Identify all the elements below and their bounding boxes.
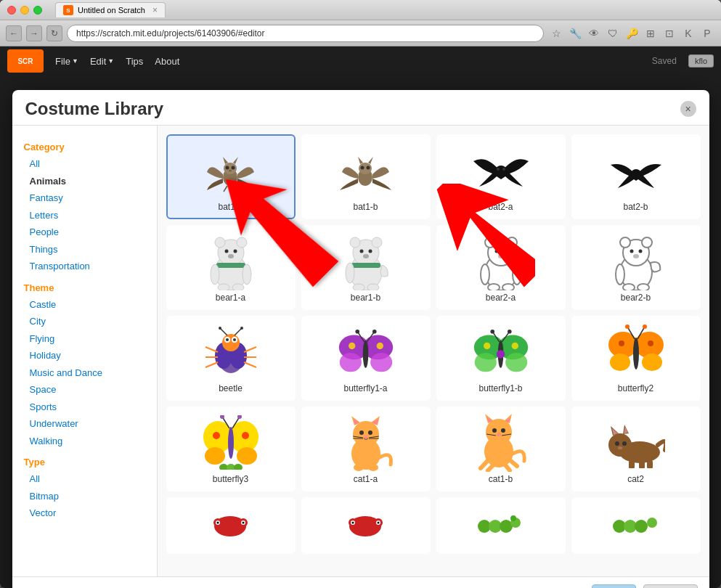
- browser-content: SCR File ▼ Edit ▼ Tips About Saved kflo …: [0, 46, 721, 588]
- svg-point-48: [503, 249, 507, 253]
- sidebar-item-all-type[interactable]: All: [24, 470, 145, 488]
- costume-item-beetle[interactable]: beetle: [166, 316, 296, 401]
- costume-img-bat1-a: [202, 143, 260, 197]
- svg-point-103: [507, 329, 511, 333]
- costume-item-bear1-a[interactable]: bear1-a: [166, 225, 296, 310]
- extension-icon[interactable]: 🔧: [567, 25, 583, 41]
- costume-item-caterpillar[interactable]: [436, 497, 566, 554]
- forward-button[interactable]: →: [26, 25, 42, 41]
- sidebar-item-vector[interactable]: Vector: [24, 505, 145, 522]
- sidebar-item-castle[interactable]: Castle: [24, 296, 145, 314]
- brand-icon[interactable]: K: [680, 25, 696, 41]
- sidebar-item-fantasy[interactable]: Fantasy: [24, 189, 145, 207]
- svg-point-60: [633, 254, 639, 258]
- svg-point-108: [642, 354, 662, 371]
- sidebar-item-sports[interactable]: Sports: [24, 399, 145, 416]
- costume-item-butterfly1-b[interactable]: butterfly1-b: [436, 316, 566, 401]
- costume-item-bear2-b[interactable]: bear2-b: [571, 225, 701, 310]
- costume-item-bat2-b[interactable]: bat2-b: [571, 134, 701, 219]
- file-menu[interactable]: File ▼: [55, 56, 78, 67]
- svg-point-91: [355, 329, 359, 333]
- refresh-button[interactable]: ↻: [46, 25, 62, 41]
- costume-item-cat1-b[interactable]: cat1-b: [436, 407, 566, 491]
- sidebar-item-transportation[interactable]: Transportation: [24, 258, 145, 275]
- active-tab[interactable]: S Untitled on Scratch ×: [55, 2, 166, 17]
- user-button[interactable]: kflo: [688, 54, 714, 68]
- costume-item-bear2-a[interactable]: bear2-a: [436, 225, 566, 310]
- costume-item-butterfly1-a[interactable]: butterfly1-a: [301, 316, 431, 401]
- costume-name-cat1-b: cat1-b: [489, 474, 513, 484]
- costume-item-bat2-a[interactable]: bat2-a: [436, 134, 566, 219]
- costume-item-bear1-b[interactable]: bear1-b: [301, 225, 431, 310]
- key-icon[interactable]: 🔑: [624, 25, 640, 41]
- category-section-title: Category: [24, 142, 145, 152]
- sidebar-item-city[interactable]: City: [24, 313, 145, 330]
- svg-point-104: [496, 350, 504, 358]
- tab-close-button[interactable]: ×: [152, 5, 158, 15]
- svg-point-35: [372, 237, 382, 248]
- sidebar-item-animals[interactable]: Animals: [24, 173, 145, 190]
- costume-item-bat1-b[interactable]: bat1-b: [301, 134, 431, 219]
- svg-point-186: [510, 515, 516, 521]
- modal-close-button[interactable]: ×: [680, 101, 696, 117]
- costume-item-cat2[interactable]: cat2: [571, 407, 701, 491]
- sidebar-item-flying[interactable]: Flying: [24, 330, 145, 348]
- costume-item-crab1[interactable]: [166, 497, 296, 554]
- back-button[interactable]: ←: [6, 25, 22, 41]
- sidebar-item-people[interactable]: People: [24, 224, 145, 241]
- costume-item-bat1-a[interactable]: bat1-a: [166, 134, 296, 219]
- ok-button[interactable]: OK: [592, 584, 636, 588]
- about-menu[interactable]: About: [155, 56, 179, 67]
- sidebar-item-underwater[interactable]: Underwater: [24, 415, 145, 433]
- svg-point-88: [362, 340, 368, 368]
- sidebar-item-music-dance[interactable]: Music and Dance: [24, 364, 145, 382]
- costume-item-butterfly2[interactable]: butterfly2: [571, 316, 701, 401]
- costume-img-bat1-b: [337, 143, 395, 197]
- costume-name-bear1-b: bear1-b: [351, 293, 380, 303]
- address-bar[interactable]: https://scratch.mit.edu/projects/6140390…: [67, 25, 544, 42]
- costume-grid-area[interactable]: bat1-a: [158, 126, 709, 576]
- modal-title: Costume Library: [25, 99, 164, 119]
- svg-point-144: [368, 464, 378, 471]
- maximize-traffic-light[interactable]: [33, 6, 42, 15]
- sidebar-item-things[interactable]: Things: [24, 241, 145, 258]
- svg-point-42: [367, 284, 379, 290]
- minimize-traffic-light[interactable]: [20, 6, 29, 15]
- svg-point-75: [240, 327, 243, 330]
- costume-item-caterpillar2[interactable]: [571, 497, 701, 554]
- svg-point-19: [631, 169, 641, 178]
- layers-icon[interactable]: ⊞: [643, 25, 659, 41]
- edit-menu[interactable]: Edit ▼: [90, 56, 114, 67]
- costume-item-cat1-a[interactable]: cat1-a: [301, 407, 431, 491]
- svg-point-28: [211, 264, 219, 285]
- cancel-button[interactable]: Cancel: [643, 584, 697, 588]
- svg-line-78: [205, 362, 218, 367]
- svg-point-95: [474, 352, 496, 371]
- modal-footer: OK Cancel: [12, 576, 709, 588]
- sidebar-item-bitmap[interactable]: Bitmap: [24, 488, 145, 505]
- close-traffic-light[interactable]: [7, 6, 16, 15]
- svg-point-173: [217, 521, 219, 523]
- p-icon[interactable]: P: [699, 25, 715, 41]
- costume-name-beetle: beetle: [219, 383, 243, 393]
- tips-menu[interactable]: Tips: [126, 56, 143, 67]
- eye-icon[interactable]: 👁: [586, 25, 602, 41]
- sidebar-item-all-category[interactable]: All: [24, 155, 145, 173]
- sidebar-item-space[interactable]: Space: [24, 381, 145, 399]
- svg-line-81: [244, 362, 256, 367]
- browser-toolbar: ← → ↻ https://scratch.mit.edu/projects/6…: [0, 20, 721, 46]
- svg-point-97: [484, 342, 490, 348]
- sidebar-item-letters[interactable]: Letters: [24, 207, 145, 224]
- costume-item-butterfly3[interactable]: butterfly3: [166, 407, 296, 491]
- svg-point-29: [243, 264, 251, 285]
- svg-point-38: [363, 254, 369, 258]
- svg-point-153: [497, 433, 501, 436]
- svg-point-74: [219, 327, 221, 330]
- star-icon[interactable]: ☆: [548, 25, 564, 41]
- sidebar-item-holiday[interactable]: Holiday: [24, 347, 145, 364]
- sidebar-item-walking[interactable]: Walking: [24, 433, 145, 450]
- shield-icon[interactable]: 🛡: [605, 25, 621, 41]
- screen-icon[interactable]: ⊡: [661, 25, 677, 41]
- svg-point-137: [368, 430, 372, 435]
- costume-item-crab2[interactable]: [301, 497, 431, 554]
